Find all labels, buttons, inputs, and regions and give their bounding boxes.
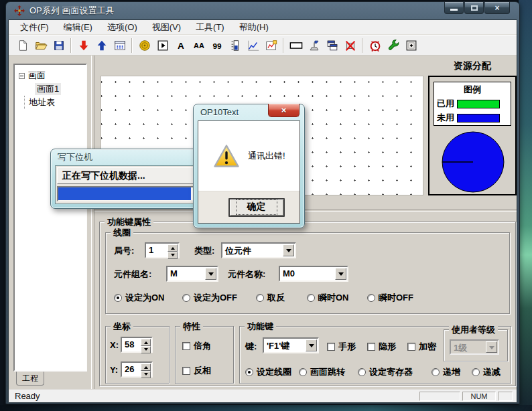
horizontal-splitter[interactable] [94, 210, 517, 212]
menu-tools[interactable]: 工具(T) [188, 20, 232, 35]
svg-text:99: 99 [212, 41, 222, 50]
radio-momentary-on[interactable]: 瞬时ON [307, 292, 349, 304]
rectangle-tool-icon[interactable] [287, 37, 305, 54]
status-num-indicator: NUM [462, 392, 496, 401]
svg-text:AA: AA [194, 42, 204, 50]
coil-group-title: 线圈 [111, 228, 133, 238]
resource-pie-chart [441, 131, 505, 193]
component-name-combobox[interactable]: M0 [279, 266, 348, 282]
spin-up-icon [144, 364, 148, 369]
coordinates-group: 坐标 X: 58 Y: 26 [105, 326, 170, 384]
menu-view[interactable]: 视图(V) [145, 20, 188, 35]
key-combobox[interactable]: 'F1'键 [263, 337, 319, 353]
dropdown-button[interactable] [283, 244, 294, 256]
chevron-down-icon [309, 344, 314, 350]
radio-screen-jump[interactable]: 画面跳转 [299, 366, 345, 378]
ok-button[interactable]: 确定 [228, 198, 285, 217]
app-icon [14, 5, 25, 16]
play-simulate-icon[interactable] [153, 37, 172, 54]
spinner-buttons[interactable] [168, 244, 178, 256]
alarm-clock-icon[interactable] [366, 37, 384, 54]
toolbar-separator [70, 38, 72, 53]
new-file-icon[interactable] [13, 37, 31, 54]
radio-toggle[interactable]: 取反 [256, 292, 285, 304]
coordinates-title: 坐标 [111, 321, 133, 331]
dropdown-button[interactable] [306, 339, 317, 351]
spin-up-icon [144, 339, 148, 344]
radio-set-off[interactable]: 设定为OFF [182, 292, 237, 304]
save-file-icon[interactable] [50, 37, 68, 54]
legend-unused-bar [457, 114, 500, 122]
y-spinner[interactable]: 26 [121, 361, 153, 378]
menu-edit[interactable]: 编辑(E) [56, 20, 100, 35]
delete-screen-icon[interactable] [341, 37, 359, 54]
menu-help[interactable]: 帮助(H) [232, 20, 276, 35]
maximize-icon [471, 5, 478, 11]
desktop-wallpaper-bottom [0, 405, 532, 411]
write-to-device-icon[interactable] [74, 37, 92, 54]
coil-lamp-icon[interactable] [135, 37, 153, 54]
traits-title: 特性 [180, 321, 203, 331]
read-from-device-icon[interactable] [92, 37, 111, 54]
x-label: X: [110, 340, 119, 350]
tool-settings-icon[interactable] [384, 37, 402, 54]
checkbox-inverse[interactable]: 反相 [182, 365, 211, 377]
spinner-buttons[interactable] [141, 339, 151, 351]
checkbox-hidden[interactable]: 隐形 [367, 341, 396, 353]
menu-file[interactable]: 文件(F) [13, 20, 56, 35]
x-spinner[interactable]: 58 [121, 337, 153, 353]
radio-increment[interactable]: 递增 [431, 366, 460, 378]
tree-item-label: 画面 [28, 70, 46, 82]
vertical-splitter[interactable] [91, 56, 94, 389]
checkbox-icon [367, 343, 375, 351]
radio-icon [472, 368, 480, 376]
screen-grid-icon[interactable] [111, 37, 129, 54]
checkbox-icon [327, 343, 335, 351]
spinner-buttons[interactable] [141, 363, 151, 376]
tree-collapse-icon[interactable] [19, 73, 25, 79]
radio-set-coil[interactable]: 设定线圈 [245, 366, 291, 378]
tree-item-screens[interactable]: 画面 [16, 69, 84, 82]
number-display-icon[interactable]: 99 [208, 37, 226, 54]
legend-title: 图例 [434, 84, 511, 96]
minimize-button[interactable] [444, 2, 464, 14]
window-titlebar[interactable]: OP系列 画面设置工具 [8, 2, 517, 19]
radio-decrement[interactable]: 递减 [472, 366, 501, 378]
write-dialog-titlebar[interactable]: 写下位机 [51, 149, 201, 165]
radio-set-register[interactable]: 设定寄存器 [358, 366, 413, 378]
text-double-icon[interactable]: AA [190, 37, 208, 54]
project-tab-label: 工程 [22, 373, 38, 384]
close-button[interactable]: × [484, 2, 510, 14]
ok-button-label: 确定 [236, 199, 277, 215]
checkbox-encrypted[interactable]: 加密 [407, 341, 436, 353]
write-progress-bar [57, 186, 195, 201]
text-single-icon[interactable]: A [172, 37, 190, 54]
status-bar: Ready NUM [9, 389, 517, 402]
checkbox-double-size[interactable]: 倍角 [182, 340, 211, 352]
component-group-combobox[interactable]: M [166, 266, 218, 282]
checkbox-hand[interactable]: 手形 [327, 341, 356, 353]
bar-graph-icon[interactable] [226, 37, 244, 54]
lamp-tool-icon[interactable] [305, 37, 323, 54]
trend-chart-icon[interactable] [244, 37, 262, 54]
maximize-button[interactable] [464, 2, 484, 14]
project-tab[interactable]: 工程 [16, 372, 44, 386]
cascade-windows-icon[interactable] [323, 37, 341, 54]
radio-set-on[interactable]: 设定为ON [114, 292, 165, 304]
graphic-editor-icon[interactable] [262, 37, 280, 54]
user-level-combobox[interactable]: 1级 [450, 339, 499, 355]
dropdown-button[interactable] [205, 268, 216, 280]
error-dialog-close-button[interactable]: × [268, 104, 300, 117]
dropdown-button[interactable] [486, 341, 497, 353]
button-tool-icon[interactable] [402, 37, 420, 54]
station-spinner[interactable]: 1 [145, 242, 180, 258]
open-file-icon[interactable] [31, 37, 50, 54]
tree-item-address-table[interactable]: 地址表 [24, 96, 84, 109]
tree-item-screen1[interactable]: 画面1 [35, 82, 84, 96]
close-icon: × [494, 3, 499, 13]
dropdown-button[interactable] [335, 268, 346, 280]
menu-options[interactable]: 选项(O) [100, 20, 145, 35]
radio-momentary-off[interactable]: 瞬时OFF [367, 292, 413, 304]
close-icon: × [281, 105, 287, 115]
type-combobox[interactable]: 位元件 [221, 242, 296, 258]
